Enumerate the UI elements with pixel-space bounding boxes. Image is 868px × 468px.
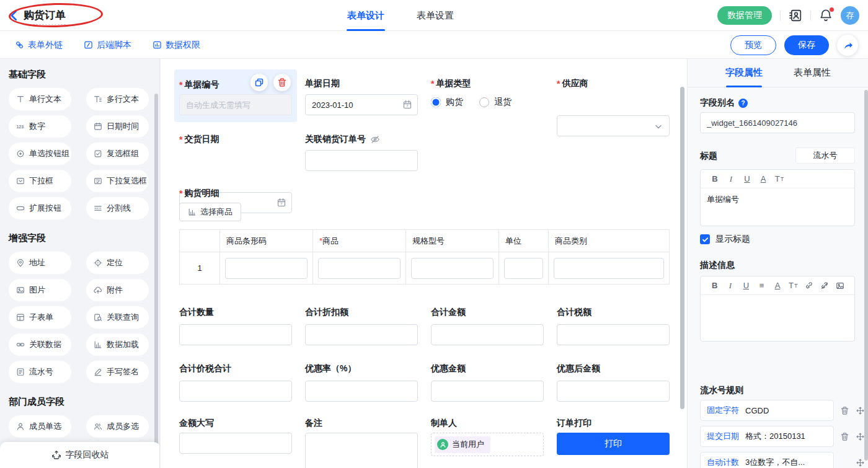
toolbar-link[interactable]: 后端脚本 <box>84 31 131 59</box>
share-button[interactable] <box>837 35 858 56</box>
insert-image-icon[interactable] <box>833 279 848 293</box>
sidebar-item[interactable]: 图片 <box>9 279 71 301</box>
insert-link-icon[interactable] <box>801 279 817 293</box>
print-button[interactable]: 打印 <box>557 433 670 455</box>
related-sales-input[interactable] <box>305 150 418 171</box>
tab-field-properties[interactable]: 字段属性 <box>725 59 763 87</box>
move-icon[interactable] <box>856 406 865 415</box>
back-icon[interactable] <box>7 9 21 22</box>
contacts-icon[interactable] <box>789 9 802 22</box>
avatar[interactable]: 存 <box>841 6 859 25</box>
font-size-icon[interactable]: TT <box>771 172 787 186</box>
sidebar-item[interactable]: 流水号 <box>9 361 71 383</box>
sidebar-item[interactable]: 多行文本 <box>86 88 149 110</box>
current-user-tag[interactable]: 当前用户 <box>435 436 490 453</box>
move-icon[interactable] <box>856 458 865 467</box>
remove-link-icon[interactable] <box>817 279 832 293</box>
title-editor-content[interactable]: 单据编号 <box>701 188 854 211</box>
sidebar-item[interactable]: 成员单选 <box>9 415 71 438</box>
panel-scrollbar[interactable] <box>864 90 868 461</box>
sidebar-item[interactable]: 复选框组 <box>86 143 149 165</box>
sidebar-item[interactable]: 关联数据 <box>9 333 71 356</box>
total-field[interactable]: 合计税额 <box>557 307 670 345</box>
total-input[interactable] <box>557 324 670 345</box>
sidebar-item[interactable]: 附件 <box>86 279 149 301</box>
radio-option[interactable]: 购货 <box>431 97 463 108</box>
select-product-button[interactable]: 选择商品 <box>179 203 241 221</box>
serial-rule-box[interactable]: 自动计数3位数字，不自... <box>700 452 834 468</box>
copy-field-button[interactable] <box>250 74 268 91</box>
field-alias-input[interactable] <box>700 112 855 133</box>
total-field[interactable]: 优惠后金额 <box>557 363 670 402</box>
font-color-icon[interactable]: A <box>755 172 771 186</box>
trash-small-icon[interactable] <box>840 406 849 415</box>
sidebar-item[interactable]: 单行文本 <box>9 88 71 110</box>
doc-date-input[interactable] <box>305 94 418 115</box>
italic-icon[interactable]: I <box>723 172 739 186</box>
sidebar-item[interactable]: 子表单 <box>9 306 71 329</box>
total-input[interactable] <box>557 381 670 402</box>
radio-option[interactable]: 退货 <box>479 97 512 108</box>
field-type-badge[interactable]: 流水号 <box>795 148 855 164</box>
serial-rule-box[interactable]: 固定字符CGDD <box>700 400 834 421</box>
tab-form-settings[interactable]: 表单设置 <box>417 0 454 31</box>
field-recycle-bin[interactable]: 字段回收站 <box>0 442 160 468</box>
total-field[interactable]: 合计数量 <box>179 307 292 345</box>
calendar-icon[interactable]: 7 <box>277 198 286 208</box>
sidebar-item[interactable]: 123数字 <box>9 115 71 138</box>
help-icon[interactable]: ? <box>738 99 748 108</box>
radio-icon[interactable] <box>479 97 489 107</box>
font-size-icon[interactable]: TT <box>786 279 801 293</box>
sidebar-item[interactable]: 定位 <box>86 252 149 274</box>
total-input[interactable] <box>179 324 292 345</box>
maker-field[interactable]: 当前用户 <box>431 433 544 456</box>
italic-icon[interactable]: I <box>722 279 738 293</box>
data-manage-button[interactable]: 数据管理 <box>717 6 772 25</box>
total-input[interactable] <box>431 381 544 402</box>
total-field[interactable]: 优惠率（%） <box>305 363 418 402</box>
table-cell-input[interactable] <box>411 258 494 279</box>
sidebar-item[interactable]: 分割线 <box>86 197 149 219</box>
move-icon[interactable] <box>856 432 865 441</box>
sidebar-item[interactable]: 单选按钮组 <box>9 143 71 165</box>
save-button[interactable]: 保存 <box>784 35 829 55</box>
sidebar-item[interactable]: 地址 <box>9 252 71 274</box>
tab-form-design[interactable]: 表单设计 <box>347 0 384 31</box>
bell-icon[interactable] <box>819 9 833 22</box>
underline-icon[interactable]: U <box>738 279 754 293</box>
total-input[interactable] <box>305 324 418 345</box>
total-input[interactable] <box>431 324 544 345</box>
sidebar-item[interactable]: 手写签名 <box>86 361 149 383</box>
desc-editor-content[interactable] <box>701 295 854 306</box>
canvas-scrollbar[interactable] <box>680 87 684 409</box>
serial-rule-box[interactable]: 提交日期格式：20150131 <box>700 426 834 447</box>
total-input[interactable] <box>305 381 418 402</box>
supplier-select[interactable] <box>557 115 670 136</box>
delete-field-button[interactable] <box>273 74 291 91</box>
tab-form-properties[interactable]: 表单属性 <box>794 59 831 87</box>
sidebar-item[interactable]: 下拉复选框 <box>86 170 149 192</box>
total-field[interactable]: 优惠金额 <box>431 363 544 402</box>
sidebar-item[interactable]: 数据加载 <box>86 333 149 356</box>
amount-words-input[interactable] <box>179 433 292 454</box>
page-title[interactable]: 购货订单 <box>24 8 66 25</box>
bold-icon[interactable]: B <box>707 172 723 186</box>
table-cell-input[interactable] <box>318 258 401 279</box>
total-field[interactable]: 合计折扣额 <box>305 307 418 345</box>
calendar-icon[interactable]: 7 <box>402 100 412 110</box>
sidebar-item[interactable]: 关联查询 <box>86 306 149 329</box>
table-cell-input[interactable] <box>225 258 308 279</box>
table-cell-input[interactable] <box>504 258 543 279</box>
font-color-icon[interactable]: A <box>769 279 785 293</box>
preview-button[interactable]: 预览 <box>730 35 776 55</box>
sidebar-item[interactable]: 扩展按钮 <box>9 197 71 219</box>
total-input[interactable] <box>179 381 292 402</box>
bold-icon[interactable]: B <box>707 279 722 293</box>
doc-no-input[interactable] <box>179 94 292 115</box>
sidebar-item[interactable]: 下拉框 <box>9 170 71 192</box>
underline-icon[interactable]: U <box>739 172 755 186</box>
total-field[interactable]: 合计金额 <box>431 307 544 345</box>
field-doc-no[interactable]: * 单据编号 <box>174 69 297 122</box>
remark-textarea[interactable] <box>305 433 418 468</box>
trash-small-icon[interactable] <box>840 432 849 441</box>
